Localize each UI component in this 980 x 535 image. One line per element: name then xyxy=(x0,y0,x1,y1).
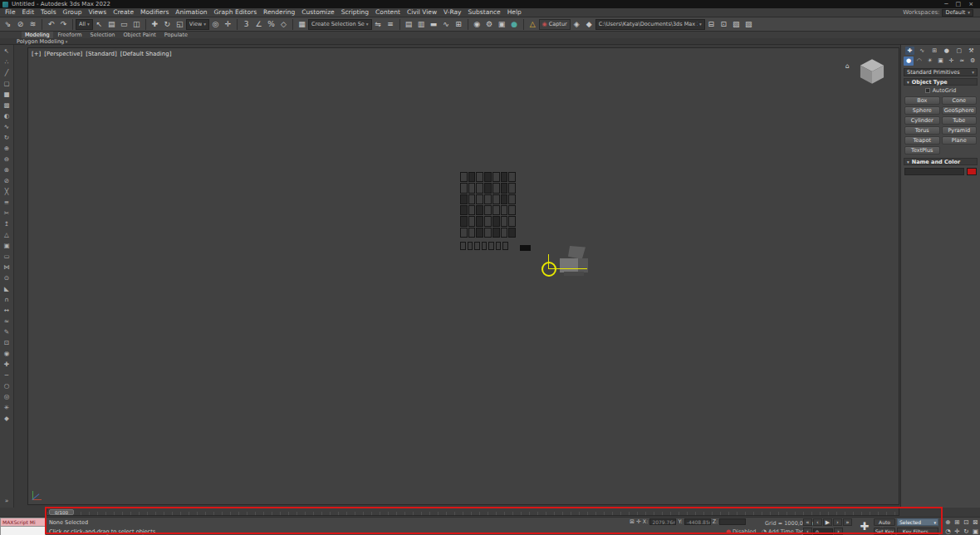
bind-spacewarp-icon[interactable]: ≋ xyxy=(27,18,39,31)
cut-icon[interactable]: ✂ xyxy=(2,209,12,218)
spinner-snap-icon[interactable]: ◇ xyxy=(277,18,290,31)
mute-toggle-icon[interactable]: ● xyxy=(726,528,731,535)
select-rotate-icon[interactable]: ↻ xyxy=(161,18,174,31)
connect-icon[interactable]: ∩ xyxy=(2,295,12,305)
scene-object-building[interactable] xyxy=(460,172,516,238)
schematic-view-icon[interactable]: ⊞ xyxy=(453,18,465,31)
maximize-button[interactable]: □ xyxy=(956,0,962,8)
grow-selection-icon[interactable]: ✚ xyxy=(2,360,12,370)
frame-forward-button[interactable]: › xyxy=(834,528,843,535)
shapes-category[interactable]: ◠ xyxy=(914,56,924,66)
object-button-sphere[interactable]: Sphere xyxy=(904,106,940,115)
workspace-dropdown[interactable]: Default xyxy=(942,9,973,17)
rendered-frame-icon[interactable]: ▣ xyxy=(496,18,508,31)
named-selection-sets-dropdown[interactable]: Create Selection Se xyxy=(308,19,372,30)
percent-snap-icon[interactable]: % xyxy=(265,18,277,31)
play-button[interactable]: ▶ xyxy=(823,518,832,526)
unlink-icon[interactable]: ⊘ xyxy=(14,18,27,31)
cameras-category[interactable]: ▣ xyxy=(936,56,946,66)
toolbar-extra-icon-2[interactable]: ⊡ xyxy=(718,18,730,31)
relax-icon[interactable]: ≈ xyxy=(2,317,12,326)
scene-object-machine-funnel[interactable] xyxy=(568,246,586,259)
expand-strip-icon[interactable]: » xyxy=(2,496,12,506)
reference-coordinate-dropdown[interactable]: View xyxy=(186,19,209,30)
viewport-shading-menu[interactable]: [Default Shading] xyxy=(120,51,172,57)
toolbar-extra-icon-1[interactable]: ⊟ xyxy=(705,18,718,31)
current-frame-field[interactable]: 0 xyxy=(813,528,833,535)
utilities-tab[interactable]: ⚒ xyxy=(967,47,976,55)
hierarchy-tab[interactable]: ⊞ xyxy=(930,47,939,55)
time-slider-handle[interactable]: 0/100 xyxy=(49,509,74,515)
soft-selection-icon[interactable]: ◉ xyxy=(2,349,12,359)
viewport-general-menu[interactable]: [+] xyxy=(32,51,41,57)
object-button-box[interactable]: Box xyxy=(904,96,940,105)
object-button-pyramid[interactable]: Pyramid xyxy=(942,126,978,135)
pan-icon[interactable]: ✛ xyxy=(953,527,962,535)
select-link-icon[interactable]: ⇘ xyxy=(2,18,14,31)
inset-icon[interactable]: ▣ xyxy=(2,241,12,251)
name-and-color-rollout[interactable]: Name and Color xyxy=(904,158,978,165)
toggle-scene-explorer-icon[interactable]: ▤ xyxy=(403,18,415,31)
transform-gizmo-ring[interactable] xyxy=(541,262,556,277)
preview-icon[interactable]: ◐ xyxy=(2,111,12,121)
material-editor-icon[interactable]: ◉ xyxy=(471,18,483,31)
close-button[interactable]: × xyxy=(968,0,973,8)
menu-file[interactable]: File xyxy=(2,8,19,17)
object-button-textplus[interactable]: TextPlus xyxy=(904,146,940,155)
edit-named-selections-icon[interactable]: ▦ xyxy=(296,18,308,31)
maximize-viewport-icon[interactable]: ▣ xyxy=(971,527,980,535)
swift-loop-icon[interactable]: ≡ xyxy=(2,198,12,208)
menu-graph-editors[interactable]: Graph Editors xyxy=(211,8,261,17)
object-button-plane[interactable]: Plane xyxy=(942,136,978,145)
add-time-tag-label[interactable]: Add Time Tag xyxy=(768,528,805,535)
key-selection-dropdown[interactable]: Selected xyxy=(897,518,938,526)
scene-object-chip[interactable] xyxy=(520,245,531,251)
object-type-rollout[interactable]: Object Type xyxy=(904,78,978,86)
menu-substance[interactable]: Substance xyxy=(465,8,504,17)
track-bar[interactable]: 0/100 xyxy=(47,508,899,516)
menu-content[interactable]: Content xyxy=(372,8,404,17)
project-folder-dropdown[interactable]: C:\Users\Katya\Documents\3ds Max 2022 xyxy=(595,19,705,30)
ribbon-tab-selection[interactable]: Selection xyxy=(87,32,119,38)
vertex-mode-icon[interactable]: ∴ xyxy=(2,57,12,67)
toggle-ribbon-icon[interactable]: ▬ xyxy=(428,18,440,31)
bevel-icon[interactable]: △ xyxy=(2,230,12,240)
object-button-geosphere[interactable]: GeoSphere xyxy=(942,106,978,115)
orbit-icon[interactable]: ↻ xyxy=(962,527,971,535)
viewport-standard-menu[interactable]: [Standard] xyxy=(86,51,116,57)
object-button-torus[interactable]: Torus xyxy=(904,126,940,135)
menu-v-ray[interactable]: V-Ray xyxy=(440,8,464,17)
menu-create[interactable]: Create xyxy=(110,8,137,17)
key-filters-button[interactable]: Key Filters... xyxy=(897,528,938,535)
space-warps-category[interactable]: ≈ xyxy=(957,56,967,66)
outline-icon[interactable]: ▭ xyxy=(2,252,12,262)
time-tag-icon[interactable]: ◔ xyxy=(762,528,767,535)
edge-mode-icon[interactable]: ╱ xyxy=(2,68,12,78)
hard-edge-icon[interactable]: ◆ xyxy=(2,414,12,424)
object-color-swatch[interactable] xyxy=(967,168,977,175)
ring-selection-icon[interactable]: ◎ xyxy=(2,392,12,402)
set-keys-button[interactable]: ✚ xyxy=(858,519,871,534)
minimize-button[interactable]: ─ xyxy=(944,0,948,8)
capture-button[interactable]: Captur xyxy=(539,19,571,30)
select-scale-icon[interactable]: ◱ xyxy=(174,18,186,31)
lights-category[interactable]: ☀ xyxy=(925,56,935,66)
modify-mode-icon[interactable]: ∿ xyxy=(2,122,12,132)
rect-selection-icon[interactable]: ▭ xyxy=(118,18,130,31)
primitive-category-dropdown[interactable]: Standard Primitives xyxy=(904,68,978,76)
toolbar-extra-icon-3[interactable]: ▧ xyxy=(730,18,742,31)
extrude-icon[interactable]: ↥ xyxy=(2,219,12,229)
menu-edit[interactable]: Edit xyxy=(19,8,38,17)
menu-views[interactable]: Views xyxy=(85,8,110,17)
object-button-teapot[interactable]: Teapot xyxy=(904,136,940,145)
create-tab[interactable]: ✚ xyxy=(905,47,914,55)
ribbon-tab-populate[interactable]: Populate xyxy=(161,32,191,38)
display-tab[interactable]: ▢ xyxy=(954,47,963,55)
y-coordinate-field[interactable]: -4408,85m xyxy=(684,518,711,525)
scene-object-machine-base[interactable] xyxy=(564,272,584,276)
object-button-cylinder[interactable]: Cylinder xyxy=(904,116,940,125)
zoom-icon[interactable]: ⊕ xyxy=(943,518,953,527)
next-frame-button[interactable]: › xyxy=(833,518,842,526)
detach-icon[interactable]: ⊖ xyxy=(2,155,12,164)
systems-category[interactable]: ⚙ xyxy=(968,56,978,66)
